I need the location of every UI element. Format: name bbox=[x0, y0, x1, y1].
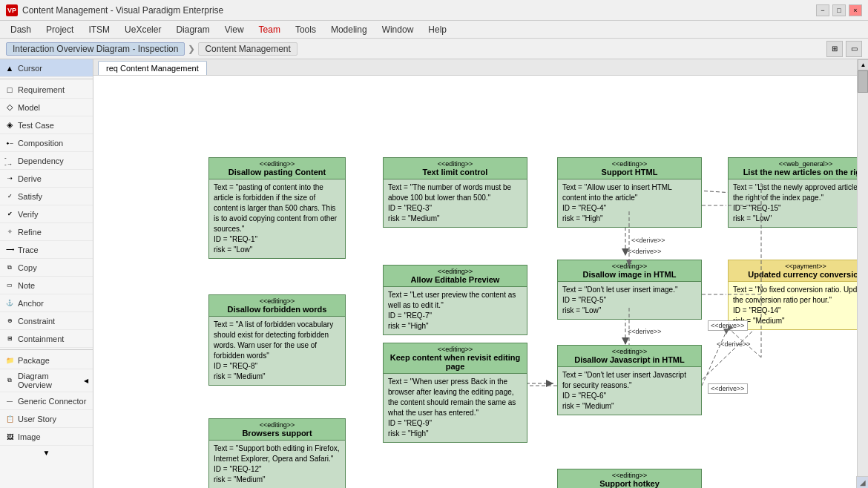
card-browsers-support[interactable]: <<editing>> Browsers support Text = "Sup… bbox=[208, 418, 346, 488]
card-allow-preview[interactable]: <<editing>> Allow Editable Preview Text … bbox=[383, 265, 527, 335]
sidebar-item-model[interactable]: ◇ Model bbox=[0, 99, 93, 116]
model-icon: ◇ bbox=[4, 102, 15, 113]
sidebar-item-generic-connector[interactable]: — Generic Connector bbox=[0, 392, 93, 410]
card-disallow-forbidden-stereotype: <<editing>> bbox=[212, 297, 342, 305]
tab-req-content-management[interactable]: req Content Management bbox=[98, 61, 207, 75]
card-disallow-pasting[interactable]: <<editing>> Disallow pasting Content Tex… bbox=[208, 157, 346, 259]
card-allow-preview-name: Allow Editable Preview bbox=[387, 275, 524, 284]
menu-project[interactable]: Project bbox=[39, 23, 81, 36]
card-list-articles-name: List the new articles on the right bbox=[731, 168, 857, 177]
sidebar-label-cursor: Cursor bbox=[18, 64, 42, 73]
card-disallow-pasting-stereotype: <<editing>> bbox=[212, 160, 342, 168]
menu-dash[interactable]: Dash bbox=[3, 23, 39, 36]
card-support-html[interactable]: <<editing>> Support HTML Text = "Allow u… bbox=[557, 157, 702, 228]
canvas-area[interactable]: req Content Management <<derive>> <<deri… bbox=[93, 59, 857, 488]
sidebar-item-diagram-overview[interactable]: ⧉ Diagram Overview ◀ bbox=[0, 369, 93, 392]
menu-modeling[interactable]: Modeling bbox=[323, 23, 375, 36]
maximize-button[interactable]: □ bbox=[832, 4, 846, 16]
card-disallow-forbidden[interactable]: <<editing>> Disallow forbidden words Tex… bbox=[208, 294, 346, 386]
card-list-articles[interactable]: <<web_general>> List the new articles on… bbox=[728, 157, 857, 228]
card-support-html-stereotype: <<editing>> bbox=[561, 160, 698, 168]
derive-label-1: <<derive>> bbox=[628, 248, 662, 255]
corner-resize-icon[interactable]: ◢ bbox=[856, 476, 868, 488]
sidebar-label-generic-connector: Generic Connector bbox=[18, 397, 86, 406]
sidebar-item-test-case[interactable]: ◈ Test Case bbox=[0, 116, 93, 134]
card-disallow-image-header: <<editing>> Disallow image in HTML bbox=[558, 260, 701, 282]
sidebar-label-user-story: User Story bbox=[18, 415, 56, 423]
sidebar-item-containment[interactable]: ⊞ Containment bbox=[0, 330, 93, 348]
derive-label-2: <<derive>> bbox=[708, 320, 748, 331]
verify-icon: ✔ bbox=[4, 209, 15, 220]
card-disallow-forbidden-body: Text = "A list of forbidden vocabulary s… bbox=[209, 317, 345, 385]
sidebar-item-image[interactable]: 🖼 Image bbox=[0, 428, 93, 446]
sidebar-item-cursor[interactable]: ▲ Cursor bbox=[0, 59, 93, 77]
svg-text:<<derive>>: <<derive>> bbox=[628, 328, 662, 335]
sidebar-item-satisfy[interactable]: ✓ Satisfy bbox=[0, 188, 93, 205]
sidebar-label-trace: Trace bbox=[18, 245, 39, 254]
card-list-articles-stereotype: <<web_general>> bbox=[731, 160, 857, 168]
sidebar-item-package[interactable]: 📁 Package bbox=[0, 352, 93, 369]
scroll-up-button[interactable]: ▲ bbox=[858, 59, 868, 70]
breadcrumb-bar: Interaction Overview Diagram - Inspectio… bbox=[0, 39, 868, 59]
dependency-icon: - -→ bbox=[4, 156, 15, 166]
tab-bar: req Content Management bbox=[93, 59, 857, 76]
sidebar-item-user-story[interactable]: 📋 User Story bbox=[0, 410, 93, 428]
breadcrumb-content-management[interactable]: Content Management bbox=[198, 42, 297, 56]
image-icon: 🖼 bbox=[4, 432, 15, 442]
derive-icon: ⇢ bbox=[4, 174, 15, 184]
card-list-articles-body: Text = "List the newly approved articles… bbox=[729, 179, 857, 227]
card-disallow-forbidden-name: Disallow forbidden words bbox=[212, 305, 342, 314]
sidebar-item-copy[interactable]: ⧉ Copy bbox=[0, 259, 93, 277]
sidebar-label-requirement: Requirement bbox=[18, 85, 65, 94]
menu-team[interactable]: Team bbox=[251, 23, 288, 36]
card-text-limit-body: Text = "The number of words must be abov… bbox=[384, 179, 527, 227]
card-disallow-image-body: Text = "Don't let user insert image." ID… bbox=[558, 282, 701, 319]
copy-icon: ⧉ bbox=[4, 263, 15, 273]
menu-view[interactable]: View bbox=[217, 23, 251, 36]
breadcrumb-icon-2[interactable]: ▭ bbox=[846, 41, 862, 57]
sidebar-item-dependency[interactable]: - -→ Dependency bbox=[0, 152, 93, 170]
breadcrumb-interaction-overview[interactable]: Interaction Overview Diagram - Inspectio… bbox=[6, 42, 185, 56]
scroll-track[interactable] bbox=[858, 70, 868, 477]
sidebar-item-anchor[interactable]: ⚓ Anchor bbox=[0, 294, 93, 312]
svg-text:<<derive>>: <<derive>> bbox=[717, 340, 751, 348]
card-text-limit-header: <<editing>> Text limit control bbox=[384, 158, 527, 179]
menu-tools[interactable]: Tools bbox=[288, 23, 323, 36]
card-support-html-body: Text = "Allow user to insert HTML conten… bbox=[558, 179, 701, 227]
sidebar-item-note[interactable]: ▭ Note bbox=[0, 277, 93, 294]
menu-uexceler[interactable]: UeXceler bbox=[117, 23, 168, 36]
card-text-limit[interactable]: <<editing>> Text limit control Text = "T… bbox=[383, 157, 527, 228]
minimize-button[interactable]: − bbox=[816, 4, 829, 16]
card-currency-name: Updated currency conversion bbox=[731, 270, 857, 279]
card-disallow-image-name: Disallow image in HTML bbox=[561, 270, 698, 279]
sidebar-item-trace[interactable]: ⟶ Trace bbox=[0, 241, 93, 259]
card-disallow-js[interactable]: <<editing>> Disallow Javascript in HTML … bbox=[557, 345, 702, 415]
card-list-articles-header: <<web_general>> List the new articles on… bbox=[729, 158, 857, 179]
window-controls[interactable]: − □ × bbox=[816, 4, 862, 16]
card-keep-content[interactable]: <<editing>> Keep content when revisit ed… bbox=[383, 343, 527, 443]
menu-window[interactable]: Window bbox=[375, 23, 421, 36]
close-button[interactable]: × bbox=[849, 4, 862, 16]
sidebar-item-composition[interactable]: ⬥– Composition bbox=[0, 134, 93, 152]
sidebar-item-requirement[interactable]: □ Requirement bbox=[0, 81, 93, 99]
svg-marker-11 bbox=[546, 380, 553, 387]
menu-diagram[interactable]: Diagram bbox=[168, 23, 217, 36]
sidebar-item-constraint[interactable]: ⊕ Constraint bbox=[0, 312, 93, 330]
card-currency[interactable]: <<payment>> Updated currency conversion … bbox=[728, 260, 857, 330]
sidebar-item-refine[interactable]: ✧ Refine bbox=[0, 223, 93, 241]
scroll-thumb[interactable] bbox=[858, 70, 868, 93]
card-support-hotkey[interactable]: <<editing>> Support hotkey Text = "Let u… bbox=[557, 469, 702, 488]
breadcrumb-icon-1[interactable]: ⊞ bbox=[826, 41, 843, 57]
sidebar-sep-2 bbox=[0, 349, 93, 350]
svg-text:<<derive>>: <<derive>> bbox=[631, 237, 665, 244]
card-keep-content-name: Keep content when revisit editing page bbox=[387, 353, 524, 371]
requirement-icon: □ bbox=[4, 85, 15, 95]
right-scrollbar[interactable]: ▲ ▼ bbox=[857, 59, 868, 488]
svg-line-25 bbox=[728, 328, 761, 357]
sidebar-item-verify[interactable]: ✔ Verify bbox=[0, 205, 93, 223]
card-disallow-image[interactable]: <<editing>> Disallow image in HTML Text … bbox=[557, 260, 702, 320]
sidebar-item-derive[interactable]: ⇢ Derive bbox=[0, 170, 93, 188]
menu-itsm[interactable]: ITSM bbox=[81, 23, 117, 36]
sidebar-collapse-button[interactable]: ▼ bbox=[0, 446, 93, 460]
menu-help[interactable]: Help bbox=[421, 23, 454, 36]
